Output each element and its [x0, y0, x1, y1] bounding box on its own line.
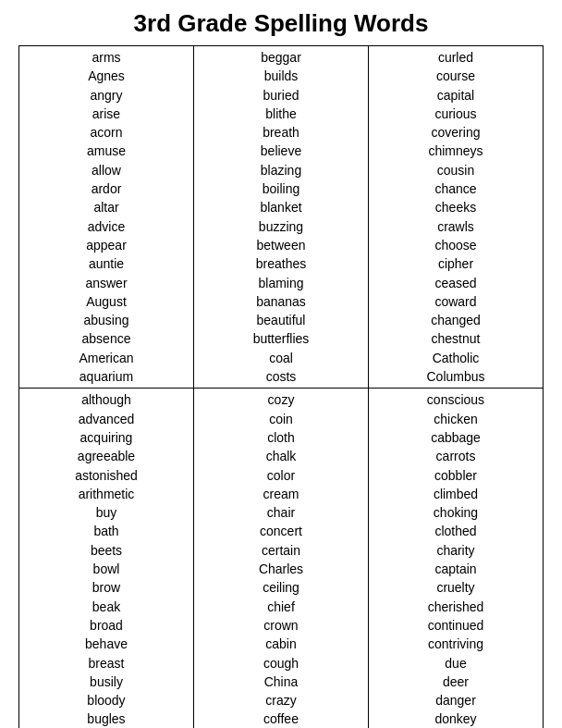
list-item: arise	[92, 105, 120, 123]
list-item: blithe	[265, 105, 296, 123]
bottom-col2: cozycoinclothchalkcolorcreamchairconcert…	[194, 389, 369, 728]
list-item: cherished	[428, 598, 484, 616]
bottom-col1: althoughadvancedacquiringagreeableastoni…	[19, 389, 194, 728]
list-item: conscious	[427, 390, 484, 409]
list-item: bowl	[93, 560, 120, 578]
list-item: allow	[92, 161, 121, 179]
list-item: builds	[264, 67, 299, 85]
list-item: August	[86, 292, 127, 311]
list-item: capital	[437, 86, 474, 105]
list-item: choose	[434, 236, 476, 254]
list-item: covering	[432, 123, 481, 142]
list-item: color	[267, 466, 295, 485]
list-item: Columbus	[426, 367, 484, 386]
list-item: cough	[263, 654, 299, 672]
list-item: carrots	[436, 447, 476, 465]
top-col3: curledcoursecapitalcuriouscoveringchimne…	[369, 46, 544, 389]
list-item: answer	[85, 274, 127, 292]
list-item: broad	[90, 616, 123, 635]
list-item: beets	[91, 541, 122, 560]
list-item: acquiring	[80, 428, 133, 447]
list-item: chalk	[266, 447, 297, 465]
list-item: ceased	[434, 274, 476, 292]
list-item: advanced	[79, 410, 135, 428]
list-item: auntie	[89, 254, 124, 273]
list-item: costs	[266, 367, 297, 386]
list-item: believe	[261, 142, 301, 160]
list-item: continued	[428, 616, 484, 635]
list-item: course	[436, 67, 475, 85]
list-item: bugles	[87, 709, 125, 728]
list-item: bananas	[256, 292, 306, 311]
list-item: bath	[93, 522, 118, 540]
list-item: concert	[260, 522, 302, 540]
list-item: cousin	[437, 161, 474, 179]
list-item: chimneys	[428, 142, 483, 160]
list-item: cobbler	[434, 466, 477, 485]
list-item: due	[445, 654, 466, 672]
top-col1: armsAgnesangryariseacornamuseallowardora…	[19, 46, 194, 389]
list-item: cipher	[438, 254, 473, 273]
list-item: coward	[434, 292, 476, 311]
list-item: coin	[269, 410, 293, 428]
list-item: crazy	[265, 691, 296, 709]
list-item: contriving	[428, 635, 483, 653]
list-item: abusing	[83, 311, 128, 329]
list-item: curled	[438, 48, 473, 67]
top-row: armsAgnesangryariseacornamuseallowardora…	[19, 46, 544, 389]
top-col2: beggarbuildsburiedblithebreathbelievebla…	[194, 46, 369, 389]
list-item: agreeable	[78, 447, 135, 465]
list-item: acorn	[90, 123, 122, 142]
list-item: boiling	[263, 179, 299, 198]
list-item: chance	[434, 179, 476, 198]
list-item: charity	[436, 541, 474, 560]
list-item: chicken	[434, 410, 477, 428]
page-title: 3rd Grade Spelling Words	[18, 9, 544, 38]
list-item: blaming	[258, 274, 303, 292]
list-item: chestnut	[432, 329, 481, 348]
list-item: blanket	[260, 198, 301, 216]
list-item: butterflies	[253, 329, 310, 348]
list-item: deer	[443, 672, 469, 691]
list-item: cruelty	[436, 578, 474, 597]
list-item: although	[81, 390, 131, 409]
list-item: cloth	[267, 428, 295, 447]
word-table: armsAgnesangryariseacornamuseallowardora…	[18, 45, 544, 728]
list-item: cheeks	[435, 198, 476, 216]
list-item: chief	[267, 598, 295, 616]
list-item: Charles	[259, 560, 303, 578]
list-item: between	[257, 236, 306, 254]
list-item: donkey	[434, 709, 476, 728]
list-item: coal	[269, 349, 293, 367]
list-item: buy	[96, 503, 117, 522]
list-item: arms	[92, 48, 120, 67]
list-item: blazing	[261, 161, 301, 179]
list-item: crawls	[437, 217, 474, 236]
list-item: altar	[93, 198, 118, 216]
bottom-col3: consciouschickencabbagecarrotscobblercli…	[369, 389, 544, 728]
list-item: ceiling	[263, 578, 299, 597]
list-item: behave	[85, 635, 128, 653]
list-item: cream	[263, 485, 299, 503]
list-item: buzzing	[259, 217, 303, 236]
list-item: crown	[263, 616, 298, 635]
list-item: cozy	[268, 390, 295, 409]
list-item: cabbage	[431, 428, 481, 447]
bottom-row: althoughadvancedacquiringagreeableastoni…	[19, 389, 544, 728]
list-item: amuse	[87, 142, 126, 160]
list-item: danger	[435, 691, 476, 709]
list-item: angry	[90, 86, 122, 105]
list-item: climbed	[434, 485, 478, 503]
list-item: busily	[90, 672, 123, 691]
list-item: buried	[263, 86, 299, 105]
list-item: certain	[262, 541, 300, 560]
list-item: beggar	[261, 48, 301, 67]
list-item: beak	[92, 598, 120, 616]
list-item: curious	[434, 105, 476, 123]
list-item: breath	[263, 123, 299, 142]
list-item: ardor	[92, 179, 122, 198]
list-item: American	[79, 349, 133, 367]
list-item: changed	[431, 311, 481, 329]
list-item: Catholic	[433, 349, 480, 367]
list-item: aquarium	[79, 367, 133, 386]
